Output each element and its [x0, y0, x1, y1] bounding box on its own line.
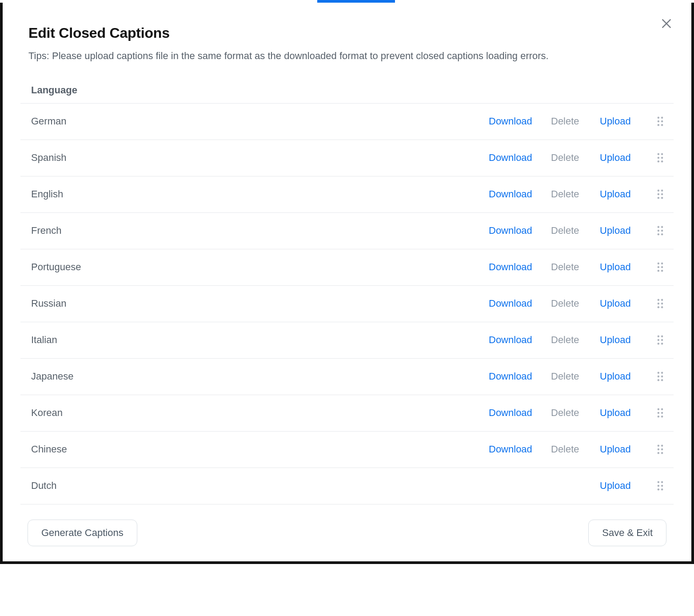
drag-handle-icon[interactable] [657, 262, 663, 272]
language-cell: Russian [31, 298, 489, 309]
language-cell: Chinese [31, 444, 489, 455]
upload-button[interactable]: Upload [600, 298, 631, 309]
row-actions: Download Delete Upload [489, 444, 667, 455]
table-row-3: French Download Delete Upload [20, 213, 674, 249]
upload-button[interactable]: Upload [600, 225, 631, 236]
svg-point-55 [661, 445, 663, 447]
page: Edit Closed Captions Tips: Please upload… [0, 0, 694, 591]
svg-point-59 [661, 452, 663, 454]
svg-point-39 [661, 339, 663, 341]
drag-handle-icon[interactable] [657, 444, 663, 454]
modal: Edit Closed Captions Tips: Please upload… [0, 3, 694, 564]
download-button[interactable]: Download [489, 261, 532, 273]
svg-point-18 [658, 226, 659, 228]
delete-button: Delete [551, 444, 579, 455]
delete-button: Delete [551, 261, 579, 273]
svg-point-32 [658, 303, 659, 304]
svg-point-43 [661, 372, 663, 374]
svg-point-41 [661, 343, 663, 344]
save-exit-button[interactable]: Save & Exit [588, 520, 666, 546]
svg-point-8 [658, 157, 659, 159]
generate-captions-button[interactable]: Generate Captions [28, 520, 137, 546]
close-button[interactable] [658, 15, 675, 33]
language-cell: Italian [31, 334, 489, 346]
svg-point-27 [661, 266, 663, 268]
drag-handle-icon[interactable] [657, 335, 663, 345]
download-button[interactable]: Download [489, 188, 532, 200]
svg-point-42 [658, 372, 659, 374]
modal-title: Edit Closed Captions [28, 25, 674, 41]
download-button[interactable]: Download [489, 152, 532, 164]
svg-point-7 [661, 153, 663, 155]
svg-point-20 [658, 230, 659, 232]
svg-point-58 [658, 452, 659, 454]
row-actions: Download Delete Upload [489, 261, 667, 273]
svg-point-63 [661, 485, 663, 487]
upload-button[interactable]: Upload [600, 188, 631, 200]
download-button[interactable]: Download [489, 334, 532, 346]
drag-handle-icon[interactable] [657, 299, 663, 308]
download-button[interactable]: Download [489, 407, 532, 419]
delete-button: Delete [551, 407, 579, 419]
svg-point-52 [658, 416, 659, 417]
svg-point-23 [661, 233, 663, 235]
svg-point-60 [658, 481, 659, 483]
download-button[interactable]: Download [489, 225, 532, 236]
row-actions: Upload [489, 480, 667, 492]
language-cell: Dutch [31, 480, 489, 492]
language-cell: English [31, 188, 489, 200]
row-actions: Download Delete Upload [489, 371, 667, 382]
modal-inner: Edit Closed Captions Tips: Please upload… [3, 3, 691, 561]
drag-handle-icon[interactable] [657, 189, 663, 199]
drag-handle-icon[interactable] [657, 481, 663, 491]
download-button[interactable]: Download [489, 371, 532, 382]
download-button[interactable]: Download [489, 298, 532, 309]
svg-point-3 [661, 120, 663, 122]
upload-button[interactable]: Upload [600, 407, 631, 419]
svg-point-24 [658, 263, 659, 264]
table-row-6: Italian Download Delete Upload [20, 322, 674, 359]
language-cell: Spanish [31, 152, 489, 164]
svg-point-2 [658, 120, 659, 122]
upload-button[interactable]: Upload [600, 371, 631, 382]
svg-point-0 [658, 117, 659, 119]
table-row-4: Portuguese Download Delete Upload [20, 249, 674, 286]
svg-point-54 [658, 445, 659, 447]
drag-handle-icon[interactable] [657, 226, 663, 236]
upload-button[interactable]: Upload [600, 152, 631, 164]
delete-button: Delete [551, 116, 579, 127]
drag-handle-icon[interactable] [657, 153, 663, 163]
close-icon [660, 17, 673, 31]
drag-handle-icon[interactable] [657, 372, 663, 381]
row-actions: Download Delete Upload [489, 188, 667, 200]
language-cell: Portuguese [31, 261, 489, 273]
svg-point-34 [658, 306, 659, 308]
svg-point-64 [658, 488, 659, 490]
column-header-language: Language [31, 84, 667, 96]
svg-point-15 [661, 193, 663, 195]
svg-point-57 [661, 448, 663, 450]
row-actions: Download Delete Upload [489, 225, 667, 236]
upload-button[interactable]: Upload [600, 116, 631, 127]
svg-point-50 [658, 412, 659, 414]
svg-point-19 [661, 226, 663, 228]
svg-point-31 [661, 299, 663, 301]
table-header: Language [20, 78, 674, 104]
svg-point-16 [658, 197, 659, 199]
upload-button[interactable]: Upload [600, 444, 631, 455]
drag-handle-icon[interactable] [657, 408, 663, 418]
upload-button[interactable]: Upload [600, 480, 631, 492]
svg-point-30 [658, 299, 659, 301]
upload-button[interactable]: Upload [600, 261, 631, 273]
svg-point-13 [661, 190, 663, 192]
svg-point-22 [658, 233, 659, 235]
svg-point-38 [658, 339, 659, 341]
svg-point-46 [658, 379, 659, 381]
delete-button: Delete [551, 371, 579, 382]
upload-button[interactable]: Upload [600, 334, 631, 346]
drag-handle-icon[interactable] [657, 116, 663, 126]
delete-button: Delete [551, 188, 579, 200]
table-row-0: German Download Delete Upload [20, 104, 674, 140]
download-button[interactable]: Download [489, 444, 532, 455]
download-button[interactable]: Download [489, 116, 532, 127]
